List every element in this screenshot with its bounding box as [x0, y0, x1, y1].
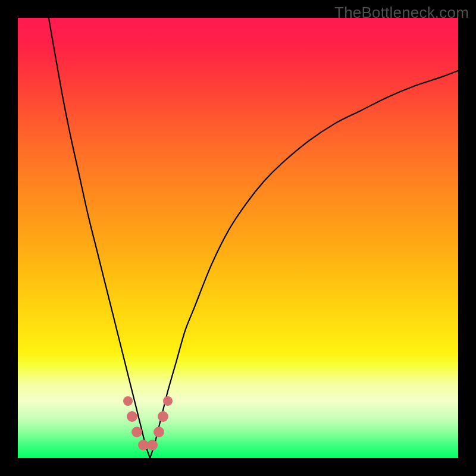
marker-dot: [158, 411, 168, 422]
marker-dot: [154, 427, 164, 437]
curve-left-branch: [49, 18, 150, 458]
curve-right-branch: [150, 71, 458, 458]
plot-area: [18, 18, 458, 458]
chart-frame: TheBottleneck.com: [0, 0, 476, 476]
marker-dot: [123, 396, 133, 406]
watermark-text: TheBottleneck.com: [334, 4, 469, 22]
marker-dot: [163, 396, 173, 406]
marker-dot: [147, 440, 158, 450]
marker-dot: [131, 427, 142, 437]
marker-dot: [127, 411, 137, 422]
bottleneck-curve: [18, 18, 458, 458]
